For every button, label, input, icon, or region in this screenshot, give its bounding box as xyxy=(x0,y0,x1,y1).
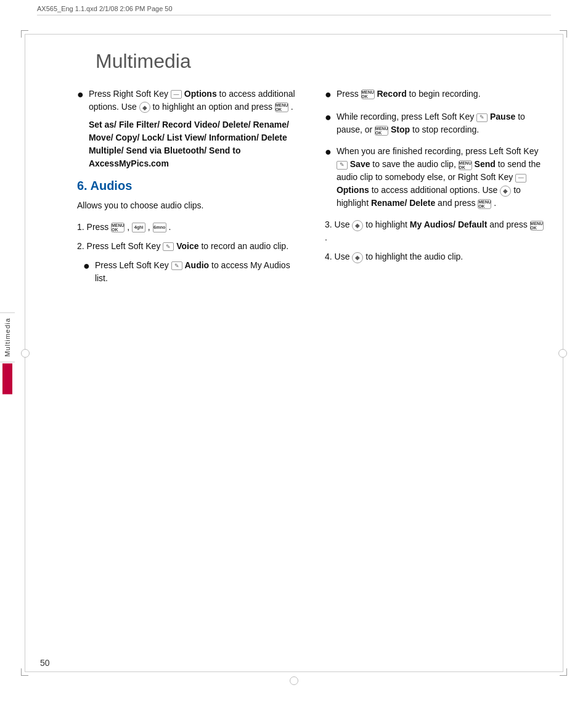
step3-prefix: 3. Use xyxy=(325,220,352,229)
side-tab: Multimedia xyxy=(0,312,15,394)
menu-ok-icon-2: MENUOK xyxy=(111,223,125,232)
two-column-layout: ● Press Right Soft Key — Options to acce… xyxy=(40,88,548,292)
menu-ok-icon-r1: MENUOK xyxy=(361,89,375,99)
step3-end: . xyxy=(325,232,327,242)
rename-delete-label: Rename/ Delete xyxy=(371,198,435,208)
while-prefix: While recording, press Left Soft Key xyxy=(337,112,476,121)
options-label-r3: Options xyxy=(337,185,369,195)
nav-icon-r-step4: ◆ xyxy=(352,252,363,263)
sub-bullet-audio: ● Press Left Soft Key ✎ Audio to access … xyxy=(77,259,300,285)
step1-comma2: , xyxy=(148,222,153,232)
finished-mid1: to save the audio clip, xyxy=(372,159,458,169)
bullet-dot-1: ● xyxy=(77,88,84,170)
bullet-while-recording: ● While recording, press Left Soft Key ✎… xyxy=(325,110,548,136)
while-suffix: to stop recording. xyxy=(412,125,479,134)
corner-br xyxy=(560,668,567,676)
step-4: 4. Use ◆ to highlight the audio clip. xyxy=(325,250,548,263)
menu-ok-icon-step3: MENUOK xyxy=(530,221,544,231)
left-soft-key-icon-r2: ✎ xyxy=(476,113,488,122)
left-soft-key-icon-2: ✎ xyxy=(163,242,174,251)
reg-mark-right xyxy=(558,349,567,358)
record-suffix: to begin recording. xyxy=(409,89,481,99)
step-1: 1. Press MENUOK , 4ghi , 6mno . xyxy=(77,221,300,234)
finished-mid3: to access additional options. Use xyxy=(372,185,500,195)
page-title: Multimedia xyxy=(40,50,548,73)
right-column: ● Press MENUOK Record to begin recording… xyxy=(319,88,548,292)
record-label: Record xyxy=(377,89,406,99)
bullet-content-r2: While recording, press Left Soft Key ✎ P… xyxy=(337,110,548,136)
step2-voice: Voice xyxy=(176,241,198,251)
step4-prefix: 4. Use xyxy=(325,252,352,261)
step1-end: . xyxy=(168,222,171,232)
page-border-top xyxy=(25,34,563,35)
bullet-content-r1: Press MENUOK Record to begin recording. xyxy=(337,88,548,102)
nav-icon-r-step3: ◆ xyxy=(352,220,363,231)
nav-icon-1: ◆ xyxy=(139,102,150,113)
step2-text: 2. Press Left Soft Key xyxy=(77,241,163,251)
step2-suffix: to record an audio clip. xyxy=(201,241,288,251)
nav-icon-r3: ◆ xyxy=(500,186,511,197)
stop-label: Stop xyxy=(391,125,410,134)
content-area: Multimedia ● Press Right Soft Key — Opti… xyxy=(40,40,548,663)
finished-mid5: and press xyxy=(438,198,478,208)
step-2: 2. Press Left Soft Key ✎ Voice to record… xyxy=(77,240,300,253)
bullet1-options-label: Options xyxy=(184,89,217,99)
corner-tl xyxy=(21,30,28,38)
bullet1-subtext: Set as/ File Filter/ Record Video/ Delet… xyxy=(89,118,300,170)
finished-prefix: When you are finished recording, press L… xyxy=(337,146,539,156)
bullet1-prefix: Press Right Soft Key xyxy=(89,89,171,99)
bullet-dot-r1: ● xyxy=(325,88,332,102)
corner-tr xyxy=(560,30,567,38)
step3-mid: to highlight xyxy=(365,220,410,229)
right-soft-key-icon-r3: — xyxy=(515,174,526,183)
section-heading-audios: 6. Audios xyxy=(77,179,300,193)
bullet-content-r3: When you are finished recording, press L… xyxy=(337,145,548,210)
pause-label: Pause xyxy=(490,112,515,121)
bullet-dot-r3: ● xyxy=(325,145,332,210)
menu-ok-icon-r3: MENUOK xyxy=(459,160,472,170)
finished-end: . xyxy=(494,198,496,208)
bullet-item-options: ● Press Right Soft Key — Options to acce… xyxy=(77,88,300,170)
menu-ok-icon-r4: MENUOK xyxy=(478,199,491,209)
left-soft-key-icon-3: ✎ xyxy=(171,261,182,270)
step4-mid: to highlight the audio clip. xyxy=(365,252,463,261)
menu-ok-icon-r2: MENUOK xyxy=(375,126,388,136)
bullet-content-1: Press Right Soft Key — Options to access… xyxy=(89,88,300,170)
step3-bold: My Audios/ Default xyxy=(410,220,488,229)
subtext-content: Set as/ File Filter/ Record Video/ Delet… xyxy=(89,120,289,168)
step1-comma1: , xyxy=(127,222,132,232)
reg-mark-left xyxy=(21,349,30,358)
corner-bl xyxy=(21,668,28,676)
record-prefix: Press xyxy=(337,89,361,99)
sub-bullet-content: Press Left Soft Key ✎ Audio to access My… xyxy=(95,259,300,285)
save-label: Save xyxy=(350,159,370,169)
page-border-bottom xyxy=(25,671,563,672)
key6-icon: 6mno xyxy=(153,223,166,232)
reg-mark-bottom xyxy=(290,676,298,685)
send-label: Send xyxy=(475,159,496,169)
bullet-record: ● Press MENUOK Record to begin recording… xyxy=(325,88,548,102)
side-tab-bar xyxy=(2,363,12,394)
right-soft-key-icon: — xyxy=(171,90,182,99)
bullet1-mid2: to highlight an option and press xyxy=(152,102,274,112)
header-bar: AX565_Eng 1.1.qxd 2/1/08 2:06 PM Page 50 xyxy=(37,5,551,15)
sub-bullet-audio-label: Audio xyxy=(185,260,210,270)
key4-icon: 4ghi xyxy=(132,223,145,232)
bullet-finished: ● When you are finished recording, press… xyxy=(325,145,548,210)
step-3: 3. Use ◆ to highlight My Audios/ Default… xyxy=(325,218,548,244)
step3-suffix: and press xyxy=(489,220,529,229)
side-tab-label: Multimedia xyxy=(0,312,15,362)
sub-bullet-prefix: Press Left Soft Key xyxy=(95,260,171,270)
header-text: AX565_Eng 1.1.qxd 2/1/08 2:06 PM Page 50 xyxy=(37,5,173,12)
section-desc: Allows you to choose audio clips. xyxy=(77,199,300,212)
left-column: ● Press Right Soft Key — Options to acce… xyxy=(40,88,300,292)
left-soft-key-icon-r3: ✎ xyxy=(337,161,348,170)
menu-ok-icon-1: MENUOK xyxy=(275,102,288,112)
step1-text: 1. Press xyxy=(77,222,111,232)
bullet-dot-r2: ● xyxy=(325,110,332,136)
sub-bullet-dot: ● xyxy=(83,259,90,285)
bullet1-end: . xyxy=(291,102,293,112)
